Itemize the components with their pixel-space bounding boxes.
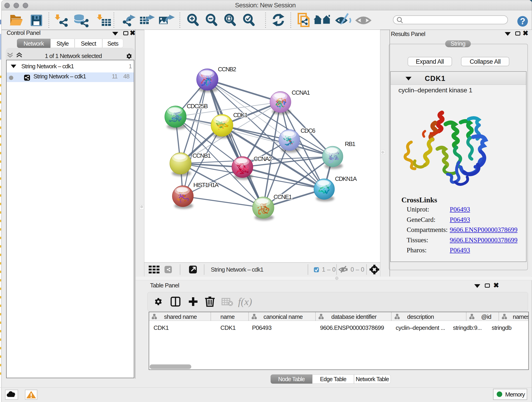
svg-text:shared name: shared name <box>164 313 197 320</box>
svg-text:canonical name: canonical name <box>264 313 303 320</box>
svg-text:name: name <box>220 313 234 320</box>
svg-text:String Network – cdk1: String Network – cdk1 <box>211 266 264 273</box>
svg-text:stringdb: stringdb <box>492 324 511 331</box>
svg-text:CCNB1: CCNB1 <box>192 152 211 159</box>
svg-text:CDK1: CDK1 <box>220 324 235 331</box>
svg-text:cyclin–dependent ...: cyclin–dependent ... <box>396 324 445 331</box>
svg-text:HIST1H1A: HIST1H1A <box>193 182 219 188</box>
svg-text:CDC6: CDC6 <box>301 127 315 134</box>
svg-text:P06493: P06493 <box>252 324 272 331</box>
svg-text:CCNA2: CCNA2 <box>254 155 272 162</box>
svg-text:stringdb:9...: stringdb:9... <box>453 324 481 331</box>
svg-text:@id: @id <box>481 313 491 320</box>
svg-text:CDK1: CDK1 <box>233 112 248 119</box>
svg-text:RB1: RB1 <box>345 140 355 147</box>
svg-text:CDC25B: CDC25B <box>187 103 208 109</box>
svg-text:f(x): f(x) <box>238 296 252 307</box>
svg-text:database identifier: database identifier <box>331 313 377 320</box>
svg-text:CCNB2: CCNB2 <box>218 66 236 73</box>
svg-text:CCNE1: CCNE1 <box>273 193 292 200</box>
svg-text:?: ? <box>520 17 525 26</box>
svg-text:1 – 0: 1 – 0 <box>322 266 336 273</box>
svg-text:namespac: namespac <box>513 313 528 320</box>
svg-text:description: description <box>407 313 434 320</box>
svg-text:CDK1: CDK1 <box>153 324 169 331</box>
svg-text:CDKN1A: CDKN1A <box>335 175 357 182</box>
svg-text:CCNA1: CCNA1 <box>292 89 310 96</box>
svg-text:0 – 0: 0 – 0 <box>351 266 364 273</box>
svg-text:9606.ENSP00000378699: 9606.ENSP00000378699 <box>320 324 384 331</box>
